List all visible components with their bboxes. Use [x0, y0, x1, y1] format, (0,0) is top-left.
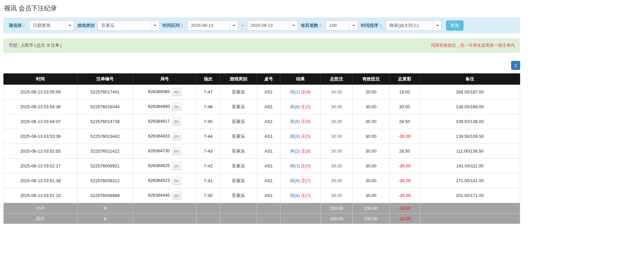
- date-from-input[interactable]: [187, 21, 230, 31]
- video-camera-icon: [174, 120, 179, 124]
- query-type-select: [29, 21, 74, 31]
- date-to-dropdown-button[interactable]: [289, 21, 298, 31]
- replay-video-button[interactable]: [172, 147, 181, 155]
- query-type-dropdown-button[interactable]: [65, 21, 74, 31]
- total-bet-link[interactable]: 30.00: [331, 119, 342, 124]
- round-id: 626384445: [148, 193, 170, 198]
- session-cell: 7-43: [197, 144, 220, 159]
- time-cell: 2025-06-13 03:51:39: [4, 173, 78, 188]
- date-separator: ~: [241, 23, 244, 28]
- total-bet-link[interactable]: 30.00: [331, 163, 342, 168]
- round-cell: 626385065: [133, 85, 197, 100]
- summary-label-cell: 总计: [4, 213, 78, 224]
- total-bet-link[interactable]: 30.00: [331, 178, 342, 183]
- search-button[interactable]: 查询: [446, 21, 463, 31]
- replay-video-button[interactable]: [172, 118, 181, 126]
- date-from-picker: [187, 21, 238, 31]
- date-to-input[interactable]: [247, 21, 289, 31]
- session-cell: 7-46: [197, 100, 220, 114]
- payout-cell: 28.50: [390, 114, 420, 129]
- game-type-cell: 百家乐: [220, 85, 257, 100]
- time-cell: 2025-06-13 03:51:10: [4, 188, 78, 203]
- chevron-down-icon: [292, 25, 295, 26]
- replay-video-button[interactable]: [172, 103, 181, 111]
- total-bet-cell: 30.00: [321, 173, 353, 188]
- column-header: 局号: [133, 74, 197, 85]
- replay-video-button[interactable]: [172, 88, 181, 96]
- video-camera-icon: [174, 194, 179, 198]
- bet-records-table: 时间注单编号局号场次游戏类别桌号结果总投注有效投注总派彩备注 2025-06-1…: [3, 73, 520, 224]
- page-size-select: [326, 21, 358, 31]
- date-range-label: 时间区间：: [162, 23, 184, 29]
- bet-id-cell: 522576014738: [78, 114, 133, 129]
- video-camera-icon: [174, 134, 179, 139]
- remark-cell: 111.00/139.50: [420, 144, 520, 159]
- page-size-dropdown-button[interactable]: [349, 21, 358, 31]
- payout-cell: 30.00: [390, 100, 420, 114]
- payout-cell: 28.50: [390, 144, 420, 159]
- table-row: 2025-06-13 03:54:07 522576014738 6263849…: [4, 114, 520, 129]
- sort-order-dropdown-button[interactable]: [433, 21, 442, 31]
- page-1-button[interactable]: 1: [511, 61, 520, 70]
- replay-video-button[interactable]: [172, 192, 181, 200]
- sort-order-value[interactable]: [386, 21, 433, 31]
- result-cell: 闲(8) 庄(7): [281, 188, 321, 203]
- bet-id-cell: 522576009921: [78, 159, 133, 173]
- game-type-value[interactable]: [98, 21, 151, 31]
- time-cell: 2025-06-13 03:55:09: [4, 85, 78, 100]
- empty-cell: [197, 213, 220, 224]
- result-player: 闲(2): [290, 149, 300, 154]
- chevron-down-icon: [154, 25, 156, 26]
- replay-video-button[interactable]: [172, 162, 181, 170]
- empty-cell: [220, 203, 257, 213]
- bet-id-cell: 522576008312: [78, 173, 133, 188]
- round-id: 626384523: [148, 178, 170, 183]
- round-id: 626384730: [148, 148, 170, 153]
- total-bet-link[interactable]: 30.00: [331, 134, 342, 139]
- total-bet-link[interactable]: 20.00: [331, 89, 342, 94]
- date-from-dropdown-button[interactable]: [230, 21, 238, 31]
- total-bet-link[interactable]: 30.00: [331, 104, 342, 109]
- total-bet-link[interactable]: 30.00: [331, 149, 342, 154]
- result-banker: 庄(8): [301, 149, 311, 154]
- valid-bet-cell: 30.00: [353, 100, 390, 114]
- summary-valid-bet-cell: 230.00: [353, 213, 390, 224]
- replay-video-button[interactable]: [172, 177, 181, 185]
- result-player: 闲(3): [290, 163, 300, 168]
- round-id: 626384625: [148, 163, 170, 168]
- result-player: 闲(6): [290, 119, 300, 124]
- valid-bet-cell: 30.00: [353, 188, 390, 203]
- valid-bet-cell: 30.00: [353, 173, 390, 188]
- table-row: 2025-06-13 03:51:39 522576008312 6263845…: [4, 173, 520, 188]
- video-camera-icon: [174, 90, 179, 94]
- chevron-down-icon: [436, 25, 439, 26]
- total-bet-link[interactable]: 30.00: [331, 193, 342, 198]
- sort-order-label: 时间排序：: [361, 23, 383, 29]
- round-cell: 626384730: [133, 144, 197, 159]
- remark-cell: 109.50/138.00: [420, 114, 520, 129]
- column-header: 结果: [281, 74, 321, 85]
- total-bet-cell: 30.00: [321, 144, 353, 159]
- game-type-dropdown-button[interactable]: [151, 21, 159, 31]
- remark-cell: 168.00/187.00: [420, 85, 520, 100]
- empty-cell: [420, 203, 520, 213]
- table-row: 2025-06-13 03:53:39 522576013442 6263848…: [4, 129, 520, 144]
- column-header: 场次: [197, 74, 220, 85]
- payout-cell: 19.00: [390, 85, 420, 100]
- payout-cell: -30.00: [390, 188, 420, 203]
- round-id: 626384990: [148, 104, 170, 109]
- page-size-value[interactable]: [326, 21, 349, 31]
- replay-video-button[interactable]: [172, 132, 181, 141]
- query-type-value[interactable]: [29, 21, 65, 31]
- remark-cell: 171.00/141.00: [420, 173, 520, 188]
- round-cell: 626384625: [133, 159, 197, 173]
- chevron-down-icon: [68, 25, 71, 26]
- result-cell: 闲(8) 庄(5): [281, 100, 321, 114]
- table-row: 2025-06-13 03:54:36 522576016044 6263849…: [4, 100, 520, 114]
- game-type-cell: 百家乐: [220, 100, 257, 114]
- table-row: 2025-06-13 03:55:09 522576017401 6263850…: [4, 85, 520, 100]
- session-cell: 7-42: [197, 159, 220, 173]
- video-camera-icon: [174, 179, 179, 183]
- result-banker: 庄(5): [301, 134, 311, 139]
- total-bet-cell: 20.00: [321, 85, 353, 100]
